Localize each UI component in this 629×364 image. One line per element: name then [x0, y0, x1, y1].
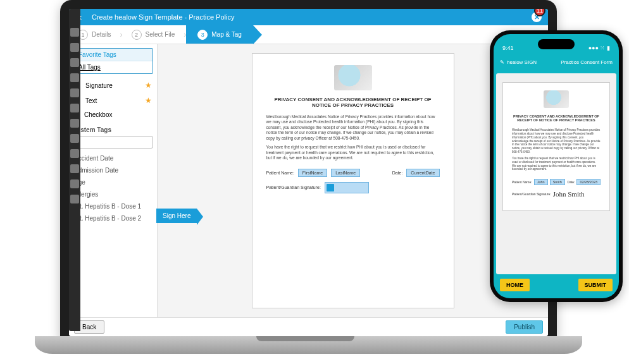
- tag-label: Signature: [85, 82, 113, 89]
- systag-item[interactable]: Accident Date: [73, 152, 153, 164]
- phone-mock: 9:41 ●●● ⁙ ▮ ✎ healow SIGN Practice Cons…: [490, 30, 623, 302]
- favorite-tag-list: ✎ Signature ★ T Text ★ ✓ Checkbox: [73, 78, 153, 121]
- phone-screen: 9:41 ●●● ⁙ ▮ ✎ healow SIGN Practice Cons…: [494, 34, 619, 298]
- laptop-screen: 11 ‹ Create healow Sign Template - Pract…: [69, 9, 548, 336]
- step-number: 3: [197, 30, 208, 40]
- dynamic-island: [538, 39, 575, 49]
- nav-icon[interactable]: [70, 58, 79, 67]
- wizard-step-maptag[interactable]: 3 Map & Tag: [186, 25, 253, 44]
- nav-icon[interactable]: [70, 195, 79, 203]
- modal-body: Favorite Tags All Tags ✎ Signature ★ T T…: [69, 44, 548, 317]
- status-icons: ●●● ⁙ ▮: [589, 45, 610, 51]
- document-page[interactable]: PRIVACY CONSENT AND ACKNOWLEDGEMENT OF R…: [252, 53, 454, 308]
- step-label: Details: [92, 31, 111, 38]
- signature-label: Patient/Guardian Signature:: [266, 185, 321, 190]
- star-icon[interactable]: ★: [145, 96, 152, 105]
- app-nav-strip: [69, 9, 80, 331]
- modal-header: ‹ Create healow Sign Template - Practice…: [69, 9, 548, 25]
- status-time: 9:41: [502, 45, 514, 51]
- doc-paragraph: You have the right to request that we re…: [512, 157, 601, 171]
- doc-title: PRIVACY CONSENT AND ACKNOWLEDGEMENT OF R…: [266, 97, 440, 108]
- field-date[interactable]: 02/28/2023: [576, 179, 601, 185]
- tag-label: Checkbox: [84, 111, 112, 118]
- publish-button[interactable]: Publish: [506, 320, 543, 334]
- systag-item[interactable]: Admission Date: [73, 164, 153, 176]
- tag-lastname[interactable]: LastName: [331, 169, 360, 177]
- doc-fields: Patient Name: John Smith Date: 02/28/202…: [512, 179, 601, 198]
- nav-icon[interactable]: [70, 179, 79, 188]
- nav-icon[interactable]: [70, 73, 79, 82]
- doc-fields: Patient Name: FirstName LastName Date: C…: [266, 169, 440, 193]
- home-button[interactable]: HOME: [500, 279, 530, 291]
- system-tag-list: Accident Date Admission Date Age Allergi…: [73, 152, 153, 224]
- doc-paragraph: You have the right to request that we re…: [266, 145, 440, 161]
- phone-app-header: ✎ healow SIGN Practice Consent Form: [494, 53, 619, 71]
- tag-currentdate[interactable]: CurrentDate: [406, 169, 439, 177]
- nav-icon[interactable]: [70, 119, 79, 128]
- modal-title: Create healow Sign Template - Practice P…: [92, 9, 234, 25]
- patient-name-label: Patient Name:: [266, 171, 294, 175]
- doc-body: Westborough Medical Associates Notice of…: [266, 114, 440, 161]
- doc-paragraph: Westborough Medical Associates Notice of…: [512, 128, 601, 154]
- patient-name-label: Patient Name:: [512, 180, 532, 184]
- field-firstname[interactable]: John: [534, 179, 548, 185]
- phone-footer: HOME SUBMIT: [494, 277, 619, 298]
- nav-icon[interactable]: [70, 104, 79, 112]
- tab-all-tags[interactable]: All Tags: [73, 61, 153, 73]
- phone-doc-viewport[interactable]: PRIVACY CONSENT AND ACKNOWLEDGEMENT OF R…: [496, 73, 616, 274]
- laptop-trackpad-notch: [256, 336, 354, 341]
- system-tags-heading: System Tags: [73, 126, 153, 133]
- nav-icon[interactable]: [70, 134, 79, 143]
- systag-item[interactable]: Age: [73, 176, 153, 188]
- star-icon[interactable]: ★: [145, 81, 152, 90]
- step-label: Select File: [146, 31, 175, 38]
- tag-signature[interactable]: ✎ Signature ★: [73, 78, 153, 93]
- tag-sidebar: Favorite Tags All Tags ✎ Signature ★ T T…: [69, 44, 158, 317]
- nav-icon[interactable]: [70, 164, 79, 173]
- step-number: 2: [132, 30, 142, 40]
- wizard-steps: 1 Details › 2 Select File › 3 Map & Tag: [69, 25, 548, 44]
- phone-document-page[interactable]: PRIVACY CONSENT AND ACKNOWLEDGEMENT OF R…: [502, 82, 610, 211]
- systag-item[interactable]: Alt. Hepatitis B - Dose 1: [73, 200, 153, 212]
- signature-label: Patient/Guardian Signature:: [512, 192, 551, 196]
- tag-tab-panel: Favorite Tags All Tags: [73, 48, 153, 74]
- date-label: Date:: [392, 171, 403, 175]
- step-label: Map & Tag: [211, 31, 242, 38]
- tag-label: Text: [85, 97, 97, 104]
- tag-text[interactable]: T Text ★: [73, 93, 153, 108]
- tab-favorite-tags[interactable]: Favorite Tags: [73, 49, 153, 61]
- laptop-mock: 11 ‹ Create healow Sign Template - Pract…: [60, 0, 557, 341]
- nav-icon[interactable]: [70, 149, 79, 158]
- systag-item[interactable]: Alt. Hepatitis B - Dose 2: [73, 212, 153, 224]
- tag-firstname[interactable]: FirstName: [298, 169, 327, 177]
- system-tags-search[interactable]: [73, 136, 153, 149]
- date-label: Date:: [568, 180, 575, 184]
- systag-item[interactable]: Allergies: [73, 188, 153, 200]
- submit-button[interactable]: SUBMIT: [578, 279, 613, 291]
- app-brand: healow SIGN: [507, 59, 537, 65]
- tag-signature-field[interactable]: [325, 182, 369, 193]
- practice-logo: [544, 90, 569, 108]
- pen-icon: ✎: [500, 59, 504, 65]
- doc-name: Practice Consent Form: [561, 59, 613, 65]
- tag-checkbox[interactable]: ✓ Checkbox: [73, 108, 153, 121]
- doc-body: Westborough Medical Associates Notice of…: [512, 128, 601, 171]
- nav-icon[interactable]: [70, 88, 79, 97]
- nav-icon[interactable]: [70, 43, 79, 52]
- doc-title: PRIVACY CONSENT AND ACKNOWLEDGEMENT OF R…: [512, 114, 601, 122]
- signature-value[interactable]: John Smith: [553, 190, 585, 198]
- field-lastname[interactable]: Smith: [550, 179, 565, 185]
- doc-paragraph: Westborough Medical Associates Notice of…: [266, 114, 440, 141]
- sign-here-pointer[interactable]: Sign Here: [156, 209, 197, 223]
- nav-icon[interactable]: [70, 28, 79, 37]
- practice-logo: [334, 65, 372, 90]
- modal-footer: Back Publish: [69, 317, 548, 336]
- wizard-step-selectfile[interactable]: 2 Select File: [123, 30, 184, 40]
